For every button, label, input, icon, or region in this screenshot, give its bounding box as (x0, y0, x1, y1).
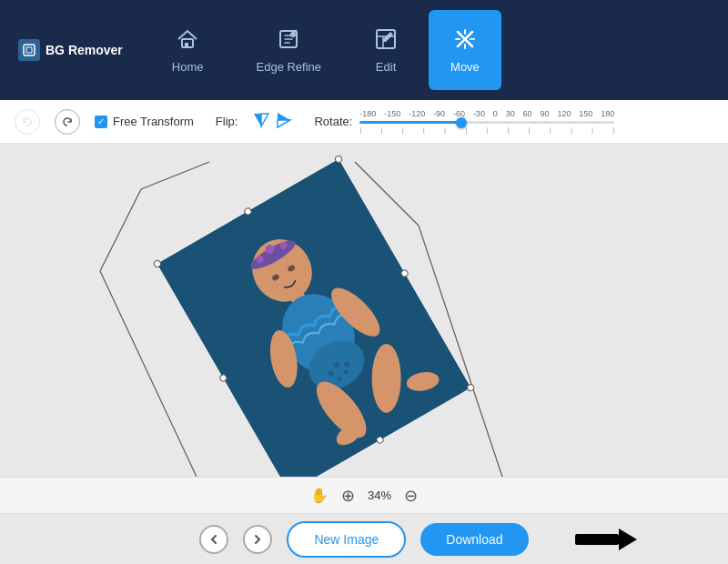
svg-line-10 (141, 162, 209, 189)
zoom-percent: 34% (368, 488, 391, 502)
canvas-area: ✋ ⊕ 34% ⊖ (0, 144, 728, 513)
zoom-in-icon[interactable]: ⊕ (341, 486, 355, 506)
flip-icons (252, 111, 292, 133)
hand-tool-icon[interactable]: ✋ (310, 487, 329, 504)
toolbar: ✓ Free Transform Flip: Rotate: (0, 100, 728, 144)
svg-line-11 (100, 189, 141, 271)
svg-rect-2 (185, 43, 188, 47)
download-button[interactable]: Download (420, 523, 528, 556)
hint-arrow-icon (573, 523, 637, 556)
app-header: BG Remover Home Edge Refine (0, 0, 728, 100)
prev-button[interactable] (199, 525, 228, 554)
edit-icon (374, 27, 398, 55)
image-container[interactable] (157, 159, 470, 492)
flip-horizontal-icon[interactable] (252, 112, 270, 132)
svg-marker-8 (278, 113, 290, 120)
move-icon (453, 27, 477, 55)
app-logo-icon (18, 39, 40, 61)
free-transform-label: Free Transform (113, 115, 194, 128)
bottom-toolbar: ✋ ⊕ 34% ⊖ (0, 477, 728, 513)
svg-rect-38 (575, 534, 619, 545)
edge-refine-icon (277, 27, 300, 55)
redo-button[interactable] (55, 109, 80, 135)
main-content: ✓ Free Transform Flip: Rotate: (0, 100, 728, 564)
svg-point-30 (372, 344, 401, 413)
home-icon (176, 27, 199, 55)
handle-bottom-right[interactable] (466, 383, 476, 393)
undo-button[interactable] (15, 109, 40, 135)
nav-move-label: Move (450, 60, 480, 74)
nav-move[interactable]: Move (429, 10, 501, 90)
nav-edit[interactable]: Edit (352, 10, 420, 90)
nav-home[interactable]: Home (150, 10, 226, 90)
next-button[interactable] (243, 525, 272, 554)
nav-edge-refine[interactable]: Edge Refine (235, 10, 344, 90)
svg-marker-6 (254, 114, 261, 126)
free-transform-checkbox[interactable]: ✓ Free Transform (95, 115, 194, 128)
app-logo: BG Remover (18, 39, 123, 61)
checkbox-icon: ✓ (95, 116, 107, 128)
zoom-out-icon[interactable]: ⊖ (404, 486, 418, 506)
arrow-hint (573, 523, 637, 556)
baby-image (157, 159, 470, 492)
nav-edit-label: Edit (376, 60, 396, 74)
flip-label: Flip: (216, 115, 238, 128)
svg-rect-0 (24, 45, 35, 55)
new-image-button[interactable]: New Image (287, 521, 406, 558)
nav-edge-refine-label: Edge Refine (257, 60, 322, 74)
svg-marker-7 (261, 114, 268, 126)
rotate-label: Rotate: (314, 115, 352, 128)
rotate-section: Rotate: -180-150-120-90-60-3003060901201… (314, 109, 614, 135)
footer: New Image Download (0, 513, 728, 564)
rotate-ruler[interactable]: -180-150-120-90-60-300306090120150180 ||… (359, 109, 614, 135)
flip-vertical-icon[interactable] (276, 111, 292, 133)
svg-marker-9 (278, 120, 290, 127)
app-title: BG Remover (46, 43, 123, 57)
nav-home-label: Home (172, 60, 204, 74)
svg-marker-39 (619, 529, 637, 550)
